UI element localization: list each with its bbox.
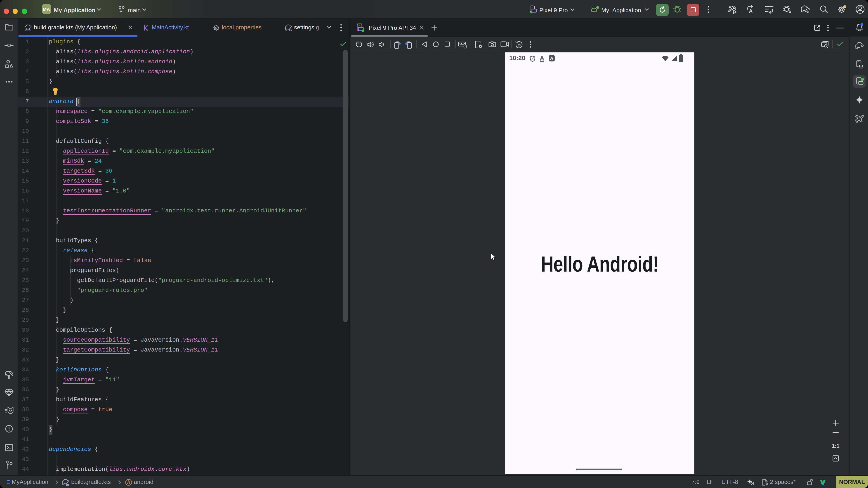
svg-text:A: A xyxy=(749,8,753,14)
